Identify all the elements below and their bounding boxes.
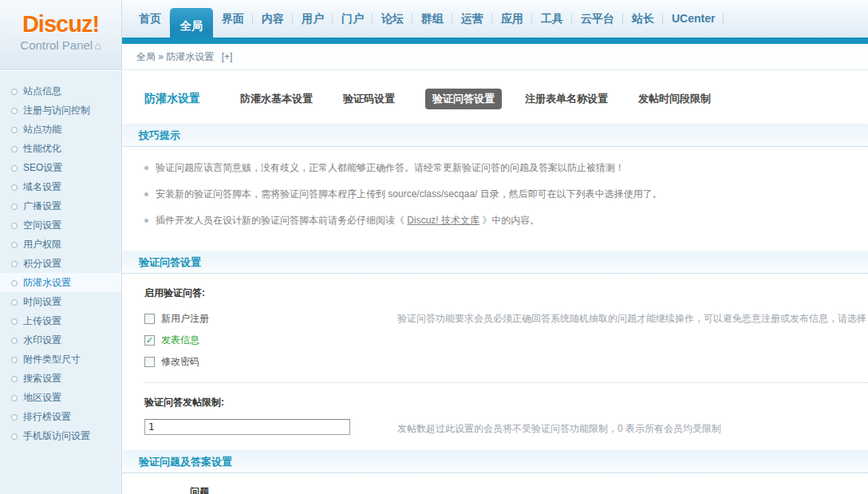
main-content: 防灌水设置 防灌水基本设置 验证码设置 验证问答设置 注册表单名称设置 发帖时间… <box>123 71 868 494</box>
tips-section-header: 技巧提示 <box>123 124 868 147</box>
sidebar-item-region[interactable]: 地区设置 <box>0 388 121 407</box>
nav-item-cloud[interactable]: 云平台 <box>572 0 623 38</box>
logo-subtitle: Control Panel⌂ <box>0 38 121 52</box>
nav-item-content[interactable]: 内容 <box>253 0 293 38</box>
sidebar-item-broadcast[interactable]: 广播设置 <box>0 196 121 215</box>
sidebar-item-credits[interactable]: 积分设置 <box>0 254 121 273</box>
nav-item-global[interactable]: 全局 <box>170 8 213 44</box>
content-tab-row: 防灌水设置 防灌水基本设置 验证码设置 验证问答设置 注册表单名称设置 发帖时间… <box>144 89 868 109</box>
enable-qa-options: 新用户注册 ✓ 发表信息 修改密码 验证问答功能要求会员必须正确回答系统随机抽取… <box>123 308 868 373</box>
tip-item: 验证问题应该言简意赅，没有歧义，正常人都能够正确作答。请经常更新验证问答的问题及… <box>144 155 868 181</box>
tech-library-link[interactable]: Discuz! 技术文库 <box>407 215 479 226</box>
enable-qa-label: 启用验证问答: <box>144 287 868 300</box>
nav-item-portal[interactable]: 门户 <box>333 0 373 38</box>
tip-item: 安装新的验证问答脚本，需将验证问答脚本程序上传到 source/class/se… <box>144 181 868 207</box>
breadcrumb: 全局 » 防灌水设置 [+] <box>122 44 868 70</box>
nav-item-ucenter[interactable]: UCenter <box>663 0 724 38</box>
question-column-header: 问题 <box>190 485 868 494</box>
breadcrumb-text: 全局 » 防灌水设置 <box>136 51 214 62</box>
sidebar-item-seo[interactable]: SEO设置 <box>0 158 121 177</box>
option-change-password[interactable]: 修改密码 <box>144 351 868 373</box>
house-icon: ⌂ <box>94 39 101 52</box>
enable-qa-comment: 验证问答功能要求会员必须正确回答系统随机抽取的问题才能继续操作，可以避免恶意注册… <box>397 312 866 326</box>
tab-post-time-limit[interactable]: 发帖时间段限制 <box>638 92 711 106</box>
sidebar-item-search[interactable]: 搜索设置 <box>0 369 121 388</box>
sidebar: 站点信息 注册与访问控制 站点功能 性能优化 SEO设置 域名设置 广播设置 空… <box>0 71 122 494</box>
sidebar-item-time[interactable]: 时间设置 <box>0 292 121 311</box>
post-limit-comment: 发帖数超过此设置的会员将不受验证问答功能限制，0 表示所有会员均受限制 <box>397 422 721 436</box>
qa-settings-section-header: 验证问答设置 <box>123 251 868 274</box>
breadcrumb-expand-button[interactable]: [+] <box>222 51 233 62</box>
sidebar-item-register-access[interactable]: 注册与访问控制 <box>0 101 121 120</box>
row-divider <box>144 382 868 383</box>
checkbox-new-user-register[interactable] <box>144 314 155 324</box>
nav-item-forum[interactable]: 论坛 <box>373 0 412 38</box>
sidebar-item-antiflood[interactable]: 防灌水设置 <box>0 273 121 292</box>
tab-antiflood-basic[interactable]: 防灌水基本设置 <box>240 92 313 106</box>
post-limit-input[interactable] <box>144 419 350 435</box>
tab-qa-verification[interactable]: 验证问答设置 <box>425 89 502 109</box>
post-limit-row: 发帖数超过此设置的会员将不受验证问答功能限制，0 表示所有会员均受限制 <box>123 419 868 435</box>
sidebar-item-upload[interactable]: 上传设置 <box>0 311 121 330</box>
top-header: 首页 全局 界面 内容 用户 门户 论坛 群组 运营 应用 工具 云平台 站长 … <box>0 0 868 38</box>
logo-block: Discuz! Control Panel⌂ <box>0 0 122 70</box>
checkbox-post-message-checked[interactable]: ✓ <box>144 335 155 346</box>
discuz-logo: Discuz! <box>0 11 121 38</box>
sidebar-item-mobile-access[interactable]: 手机版访问设置 <box>0 426 121 445</box>
sidebar-item-site-features[interactable]: 站点功能 <box>0 120 121 139</box>
option-post-message[interactable]: ✓ 发表信息 <box>144 330 868 351</box>
tip-item: 插件开发人员在设计新的验证问答脚本前请务必仔细阅读《 Discuz! 技术文库 … <box>144 207 868 234</box>
question-answer-section-header: 验证问题及答案设置 <box>123 450 868 473</box>
left-column: Discuz! Control Panel⌂ 站点信息 注册与访问控制 站点功能… <box>0 0 122 494</box>
post-limit-label: 验证问答发帖限制: <box>144 396 868 409</box>
nav-item-webmaster[interactable]: 站长 <box>623 0 663 38</box>
nav-item-interface[interactable]: 界面 <box>213 0 253 38</box>
sidebar-item-domain[interactable]: 域名设置 <box>0 177 121 196</box>
page-title: 防灌水设置 <box>144 92 200 106</box>
nav-item-home[interactable]: 首页 <box>130 0 170 38</box>
sidebar-item-site-info[interactable]: 站点信息 <box>0 81 121 101</box>
sidebar-item-watermark[interactable]: 水印设置 <box>0 330 121 350</box>
nav-item-users[interactable]: 用户 <box>293 0 333 38</box>
tab-captcha[interactable]: 验证码设置 <box>343 92 395 106</box>
sidebar-item-user-permissions[interactable]: 用户权限 <box>0 235 121 254</box>
sidebar-item-performance[interactable]: 性能优化 <box>0 139 121 158</box>
checkbox-change-password[interactable] <box>144 357 155 367</box>
tab-register-form-names[interactable]: 注册表单名称设置 <box>525 92 608 106</box>
nav-item-tools[interactable]: 工具 <box>532 0 572 38</box>
main-nav: 首页 全局 界面 内容 用户 门户 论坛 群组 运营 应用 工具 云平台 站长 … <box>130 0 724 38</box>
sidebar-item-ranking[interactable]: 排行榜设置 <box>0 407 121 426</box>
tips-list: 验证问题应该言简意赅，没有歧义，正常人都能够正确作答。请经常更新验证问答的问题及… <box>123 147 868 235</box>
nav-underline-bar <box>122 38 868 44</box>
nav-item-group[interactable]: 群组 <box>412 0 452 38</box>
nav-item-operation[interactable]: 运营 <box>452 0 492 38</box>
sidebar-item-space[interactable]: 空间设置 <box>0 215 121 235</box>
sidebar-item-attachment-type[interactable]: 附件类型尺寸 <box>0 350 121 369</box>
nav-item-apps[interactable]: 应用 <box>492 0 532 38</box>
